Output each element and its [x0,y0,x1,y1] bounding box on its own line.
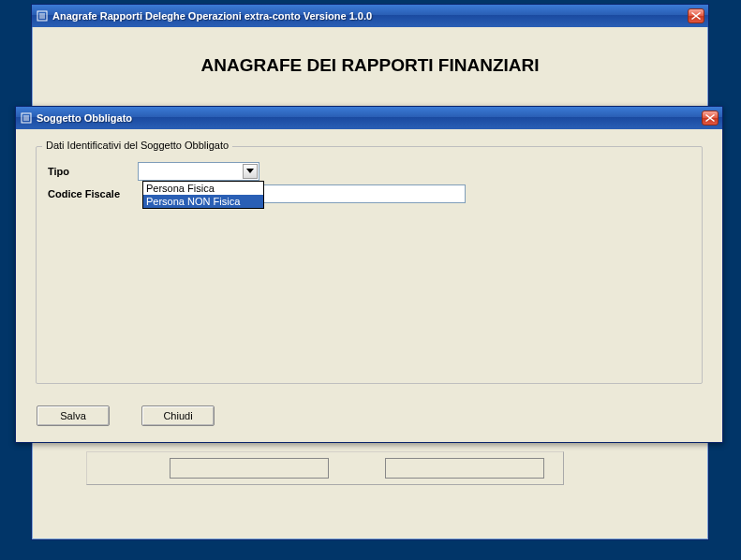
close-button[interactable]: Chiudi [141,405,215,426]
label-tipo: Tipo [48,166,138,177]
combo-tipo-dropdown[interactable]: Persona FisicaPersona NON Fisica [142,181,264,209]
combo-tipo-option[interactable]: Persona Fisica [143,182,263,195]
modal-titlebar: Soggetto Obbligato [16,107,722,129]
parent-title: Anagrafe Rapporti Deleghe Operazioni ext… [52,10,688,22]
combo-tipo[interactable] [138,162,259,181]
parent-button-2[interactable] [385,458,544,479]
parent-titlebar: Anagrafe Rapporti Deleghe Operazioni ext… [32,5,708,27]
page-heading: ANAGRAFE DEI RAPPORTI FINANZIARI [35,55,705,76]
row-tipo: Tipo [48,162,259,181]
modal-window: Soggetto Obbligato Dati Identificativi d… [15,106,723,443]
label-codice-fiscale: Codice Fiscale [48,188,138,199]
app-icon [36,9,49,22]
save-button[interactable]: Salva [37,405,110,426]
groupbox-dati-identificativi: Dati Identificativi del Soggetto Obbliga… [36,146,703,384]
chevron-down-icon[interactable] [243,164,258,179]
groupbox-title: Dati Identificativi del Soggetto Obbliga… [42,140,232,151]
modal-title: Soggetto Obbligato [37,112,702,124]
parent-close-button[interactable] [688,8,704,23]
modal-icon [20,111,33,125]
parent-button-1[interactable] [170,458,329,479]
input-codice-fiscale[interactable] [259,184,466,203]
modal-close-button[interactable] [702,111,719,125]
parent-button-row [86,451,564,485]
modal-button-row: Salva Chiudi [37,405,215,426]
combo-tipo-option[interactable]: Persona NON Fisica [143,195,263,208]
